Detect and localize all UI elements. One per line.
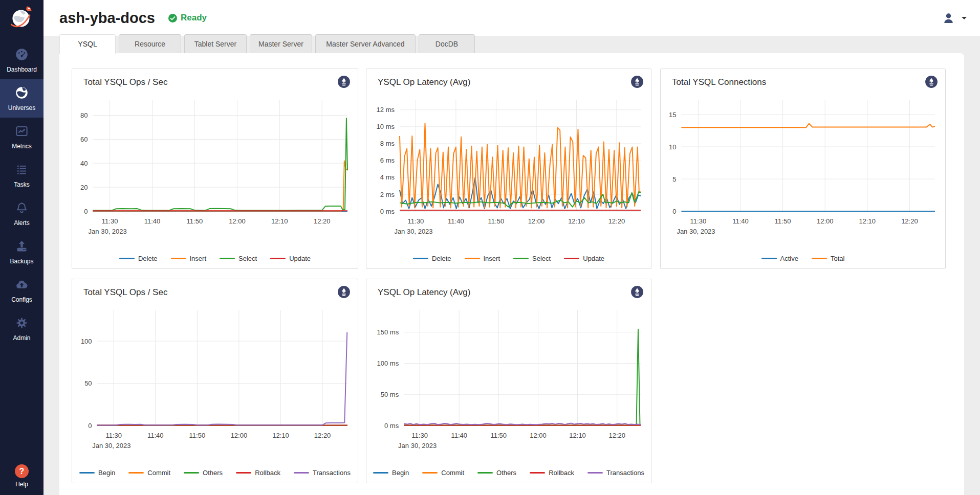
tab-docdb[interactable]: DocDB xyxy=(419,34,475,53)
svg-text:12:10: 12:10 xyxy=(859,217,876,225)
sidebar-item-backups[interactable]: Backups xyxy=(0,233,43,271)
svg-text:12:00: 12:00 xyxy=(229,217,246,225)
tab-resource[interactable]: Resource xyxy=(119,34,181,53)
chart-canvas[interactable]: 11:3011:4011:5012:0012:1012:200 ms2 ms4 … xyxy=(366,69,651,268)
svg-text:11:40: 11:40 xyxy=(451,432,467,439)
svg-text:11:30: 11:30 xyxy=(105,432,122,439)
legend-item[interactable]: Commit xyxy=(128,469,170,477)
svg-text:10: 10 xyxy=(669,143,676,151)
legend-item[interactable]: Others xyxy=(184,469,223,477)
chart-card: YSQL Op Latency (Avg) 11:3011:4011:5012:… xyxy=(366,279,651,483)
legend-item[interactable]: Delete xyxy=(413,255,451,262)
sidebar-item-metrics[interactable]: Metrics xyxy=(0,118,43,156)
svg-text:12:20: 12:20 xyxy=(901,217,918,225)
svg-text:11:30: 11:30 xyxy=(690,217,707,225)
legend-swatch xyxy=(220,258,235,259)
user-menu[interactable] xyxy=(942,0,967,36)
sidebar-item-admin[interactable]: Admin xyxy=(0,309,43,348)
svg-text:11:50: 11:50 xyxy=(775,217,791,225)
svg-text:11:40: 11:40 xyxy=(144,217,161,225)
chart-canvas[interactable]: 11:3011:4011:5012:0012:1012:20050100Jan … xyxy=(72,279,358,483)
legend-item[interactable]: Total xyxy=(812,255,844,262)
legend-swatch xyxy=(128,472,144,474)
legend-item[interactable]: Transactions xyxy=(587,469,644,477)
legend-item[interactable]: Rollback xyxy=(236,469,280,477)
tab-master-server[interactable]: Master Server xyxy=(250,34,312,53)
chart-legend: BeginCommitOthersRollbackTransactions xyxy=(366,469,651,477)
yugabytedb-logo[interactable] xyxy=(7,3,36,33)
tab-content-panel: Total YSQL Ops / Sec 11:3011:4011:5012:0… xyxy=(59,53,964,495)
help-question-icon: ? xyxy=(15,464,29,478)
sidebar-item-label: Dashboard xyxy=(7,66,37,73)
prometheus-icon[interactable] xyxy=(925,75,938,88)
chevron-down-icon xyxy=(962,17,967,22)
sidebar-item-tasks[interactable]: Tasks xyxy=(0,156,43,194)
legend-item[interactable]: Begin xyxy=(79,469,115,477)
tasks-list-icon xyxy=(15,163,29,178)
prometheus-icon[interactable] xyxy=(630,75,644,88)
sidebar-item-configs[interactable]: Configs xyxy=(0,271,43,309)
sidebar-item-label: Help xyxy=(15,481,28,488)
legend-item[interactable]: Transactions xyxy=(294,469,351,477)
svg-text:15: 15 xyxy=(669,111,676,119)
legend-item[interactable]: Select xyxy=(220,255,257,262)
svg-text:0: 0 xyxy=(88,422,92,430)
legend-swatch xyxy=(413,258,428,259)
tab-tablet-server[interactable]: Tablet Server xyxy=(184,34,247,53)
sidebar-item-dashboard[interactable]: Dashboard xyxy=(0,41,43,79)
svg-text:12:20: 12:20 xyxy=(608,217,625,225)
svg-text:Jan 30, 2023: Jan 30, 2023 xyxy=(89,228,127,235)
sidebar-item-label: Universes xyxy=(8,104,35,111)
tab-master-server-advanced[interactable]: Master Server Advanced xyxy=(315,34,416,53)
chart-title: Total YSQL Ops / Sec xyxy=(83,287,167,298)
prometheus-icon[interactable] xyxy=(630,285,644,299)
sidebar-item-help[interactable]: ? Help xyxy=(0,464,43,488)
metrics-chart-icon xyxy=(15,124,29,140)
chart-canvas[interactable]: 11:3011:4011:5012:0012:1012:20051015Jan … xyxy=(661,69,945,268)
svg-text:12:00: 12:00 xyxy=(528,217,545,225)
svg-text:Jan 30, 2023: Jan 30, 2023 xyxy=(92,442,130,449)
svg-text:12:00: 12:00 xyxy=(817,217,834,225)
sidebar-item-universes[interactable]: Universes xyxy=(0,79,43,118)
legend-swatch xyxy=(236,472,251,474)
chart-canvas[interactable]: 11:3011:4011:5012:0012:1012:200 ms50 ms1… xyxy=(366,279,651,483)
legend-item[interactable]: Commit xyxy=(422,469,464,477)
chart-card: Total YSQL Connections 11:3011:4011:5012… xyxy=(660,69,946,269)
legend-item[interactable]: Others xyxy=(477,469,516,477)
legend-item[interactable]: Update xyxy=(270,255,311,262)
legend-item[interactable]: Delete xyxy=(119,255,158,262)
svg-text:5: 5 xyxy=(672,175,676,183)
prometheus-icon[interactable] xyxy=(337,75,351,88)
legend-item[interactable]: Rollback xyxy=(530,469,574,477)
legend-swatch xyxy=(373,472,388,474)
sidebar-nav: Dashboard Universes Metrics xyxy=(0,41,43,348)
sidebar-item-label: Backups xyxy=(10,258,33,265)
svg-text:11:30: 11:30 xyxy=(411,432,428,439)
legend-item[interactable]: Update xyxy=(564,255,604,262)
svg-text:0: 0 xyxy=(672,208,676,215)
prometheus-icon[interactable] xyxy=(337,285,351,299)
svg-text:20: 20 xyxy=(80,184,88,191)
svg-text:40: 40 xyxy=(80,160,88,167)
legend-item[interactable]: Begin xyxy=(373,469,409,477)
legend-item[interactable]: Insert xyxy=(171,255,207,262)
legend-item[interactable]: Active xyxy=(761,255,798,262)
tab-ysql[interactable]: YSQL xyxy=(59,34,116,54)
svg-text:Jan 30, 2023: Jan 30, 2023 xyxy=(398,442,437,449)
svg-text:80: 80 xyxy=(80,111,88,119)
legend-swatch xyxy=(422,472,438,474)
legend-item[interactable]: Select xyxy=(513,255,551,262)
svg-text:Jan 30, 2023: Jan 30, 2023 xyxy=(394,228,432,235)
chart-title: Total YSQL Connections xyxy=(672,77,766,87)
svg-text:100 ms: 100 ms xyxy=(377,359,399,367)
svg-text:50 ms: 50 ms xyxy=(381,391,399,398)
sidebar-item-alerts[interactable]: Alerts xyxy=(0,194,43,233)
svg-text:12:10: 12:10 xyxy=(271,217,288,225)
chart-legend: ActiveTotal xyxy=(661,255,945,262)
chart-canvas[interactable]: 11:3011:4011:5012:0012:1012:20020406080J… xyxy=(72,69,358,268)
legend-item[interactable]: Insert xyxy=(465,255,500,262)
admin-gear-icon xyxy=(15,316,29,332)
configs-cloud-icon xyxy=(15,278,29,294)
svg-text:150 ms: 150 ms xyxy=(377,328,399,336)
legend-swatch xyxy=(530,472,545,474)
